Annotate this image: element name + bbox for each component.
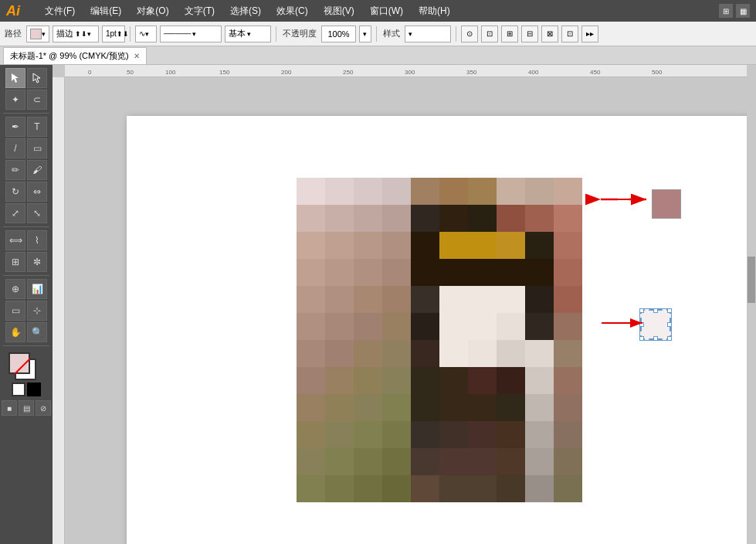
fill-indicator-box[interactable]: [27, 382, 41, 396]
pixel-cell: [554, 421, 582, 448]
pencil-tool[interactable]: ✏: [5, 160, 25, 180]
variable-width[interactable]: ∿ ▾: [135, 26, 157, 42]
rotate-tool[interactable]: ↻: [5, 182, 25, 202]
hand-tool[interactable]: ✋: [5, 322, 25, 342]
tool-row-chart: ⊕ 📊: [5, 279, 47, 299]
transform-btn[interactable]: ⊞: [501, 26, 518, 42]
warp-tool[interactable]: ⌇: [27, 230, 47, 250]
pixel-cell: [325, 232, 354, 259]
pixel-cell: [497, 367, 525, 394]
pen-tool[interactable]: ✒: [5, 117, 25, 137]
menu-select[interactable]: 选择(S): [230, 5, 261, 18]
color-swatch-2[interactable]: [640, 309, 671, 340]
none-mode-btn[interactable]: ⊘: [36, 400, 51, 416]
dash-style[interactable]: 基本 ▾: [225, 26, 271, 42]
stroke-weight[interactable]: 1pt ⬆⬇: [102, 26, 125, 42]
sel-handle-tm[interactable]: [653, 308, 658, 313]
free-transform-tool[interactable]: ⊞: [5, 252, 25, 272]
pixel-cell: [297, 394, 325, 421]
scrollbar-right[interactable]: [747, 65, 756, 544]
menu-view[interactable]: 视图(V): [324, 5, 354, 18]
align-btn[interactable]: ⊡: [481, 26, 498, 42]
select-tool[interactable]: [5, 68, 25, 88]
pixel-art-container: [297, 178, 582, 510]
pixel-cell: [439, 421, 468, 448]
puppet-warp-tool[interactable]: ✼: [27, 252, 47, 272]
pixel-cell: [354, 340, 382, 367]
arrange-btn[interactable]: ▦: [736, 4, 750, 18]
envelope-btn[interactable]: ⊠: [541, 26, 558, 42]
artboard-tool[interactable]: ▭: [5, 301, 25, 321]
stroke-control[interactable]: 描边 ⬆⬇ ▾: [53, 26, 99, 42]
opacity-mask-btn[interactable]: ⊙: [461, 26, 478, 42]
sel-handle-bm[interactable]: [653, 336, 658, 341]
sep4: [456, 26, 456, 42]
chart-tool[interactable]: 📊: [27, 279, 47, 299]
pixel-cell: [497, 475, 525, 502]
scrollbar-thumb[interactable]: [748, 257, 755, 303]
arrange-btn2[interactable]: ⊡: [561, 26, 578, 42]
magic-wand-tool[interactable]: ✦: [5, 90, 25, 110]
lasso-tool[interactable]: ⊂: [27, 90, 47, 110]
line-tool[interactable]: /: [5, 138, 25, 158]
color-mode-btn[interactable]: ■: [2, 400, 17, 416]
text-tool[interactable]: T: [27, 117, 47, 137]
sel-handle-mr[interactable]: [667, 322, 672, 327]
pixel-cell: [297, 475, 325, 502]
opacity-dropdown[interactable]: ▾: [359, 26, 371, 42]
menu-text[interactable]: 文字(T): [185, 5, 215, 18]
sel-handle-tl[interactable]: [639, 308, 644, 313]
brush-tool[interactable]: 🖌: [27, 160, 47, 180]
pixel-cell: [468, 394, 497, 421]
pixel-cell: [297, 178, 325, 205]
menu-object[interactable]: 对象(O): [137, 5, 168, 18]
style-dropdown[interactable]: ▾: [405, 26, 451, 42]
pixel-cell: [525, 178, 554, 205]
pixel-cell: [325, 313, 354, 340]
sel-handle-br[interactable]: [667, 336, 672, 341]
svg-line-2: [15, 359, 30, 374]
pixel-cell: [382, 475, 411, 502]
tab-document[interactable]: 未标题-1* @ 99% (CMYK/预览) ✕: [3, 47, 147, 64]
menu-window[interactable]: 窗口(W): [370, 5, 403, 18]
zoom-tool[interactable]: 🔍: [27, 322, 47, 342]
gradient-mode-btn[interactable]: ▤: [19, 400, 34, 416]
reflect-tool[interactable]: ⇔: [27, 182, 47, 202]
pixel-cell: [497, 340, 525, 367]
stroke-label: 描边: [56, 28, 73, 39]
reshape-tool[interactable]: ⤡: [27, 203, 47, 223]
pixel-cell: [554, 259, 582, 286]
menu-edit[interactable]: 编辑(E): [90, 5, 121, 18]
sel-handle-tr[interactable]: [667, 308, 672, 313]
menu-effect[interactable]: 效果(C): [276, 5, 308, 18]
width-tool[interactable]: ⟺: [5, 230, 25, 250]
scale-tool[interactable]: ⤢: [5, 203, 25, 223]
brush-definition[interactable]: ───── ▾: [160, 26, 222, 42]
ruler-top: 0 50 100 150 200 250 300 350 400 450 500: [65, 65, 756, 77]
fill-color-box[interactable]: [8, 352, 30, 374]
shape-builder-tool[interactable]: ⊕: [5, 279, 25, 299]
pixel-cell: [554, 232, 582, 259]
ruler-mark: 300: [405, 69, 415, 76]
stroke-indicator-box[interactable]: [12, 382, 25, 396]
color-swatch-1[interactable]: [652, 189, 681, 219]
menu-file[interactable]: 文件(F): [45, 5, 75, 18]
ruler-mark: 500: [652, 69, 662, 76]
titlebar: Ai 文件(F) 编辑(E) 对象(O) 文字(T) 选择(S) 效果(C) 视…: [0, 0, 756, 22]
direct-select-tool[interactable]: [27, 68, 47, 88]
pixel-cell: [525, 367, 554, 394]
sel-handle-ml[interactable]: [639, 322, 644, 327]
tab-close-btn[interactable]: ✕: [134, 52, 140, 60]
pixel-cell: [297, 232, 325, 259]
canvas-area[interactable]: 0 50 100 150 200 250 300 350 400 450 500: [53, 65, 756, 544]
pathfinder-btn[interactable]: ⊟: [521, 26, 538, 42]
opacity-input[interactable]: [321, 26, 356, 42]
more-btn[interactable]: ▸▸: [581, 26, 598, 42]
fill-color-control[interactable]: ▾: [26, 26, 49, 42]
sel-handle-bl[interactable]: [639, 336, 644, 341]
bridge-btn[interactable]: ⊞: [719, 4, 733, 18]
menu-help[interactable]: 帮助(H): [419, 5, 450, 18]
pixel-cell: [297, 313, 325, 340]
rectangle-tool[interactable]: ▭: [27, 138, 47, 158]
slice-tool[interactable]: ⊹: [27, 301, 47, 321]
